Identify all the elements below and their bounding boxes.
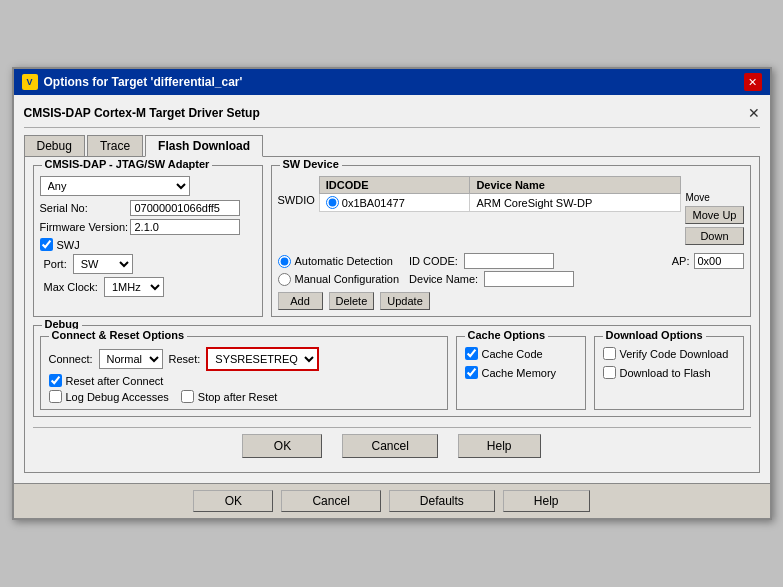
- sw-device-inner: SWDIO IDCODE Device Name: [278, 176, 744, 245]
- device-name-header: Device Name: [470, 177, 681, 194]
- firmware-label: Firmware Version:: [40, 221, 130, 233]
- firmware-value: 2.1.0: [130, 219, 240, 235]
- table-row[interactable]: 0x1BA01477 ARM CoreSight SW-DP: [319, 194, 681, 212]
- auto-detect-radio[interactable]: [278, 255, 291, 268]
- dialog-cancel-button[interactable]: Cancel: [342, 434, 437, 458]
- row-radio[interactable]: [326, 196, 339, 209]
- sw-table-area: IDCODE Device Name: [319, 176, 682, 245]
- cache-options-label: Cache Options: [465, 329, 549, 341]
- cache-memory-row: Cache Memory: [465, 366, 577, 379]
- cache-options-box: Cache Options Cache Code Cache Memory: [456, 336, 586, 410]
- move-buttons: Move Move Up Down: [685, 176, 743, 245]
- os-bar: OK Cancel Defaults Help: [14, 483, 770, 518]
- title-bar-left: V Options for Target 'differential_car': [22, 74, 243, 90]
- tab-flash-download[interactable]: Flash Download: [145, 135, 263, 157]
- stop-after-reset-checkbox[interactable]: [181, 390, 194, 403]
- firmware-row: Firmware Version: 2.1.0: [40, 219, 256, 235]
- reset-after-connect-checkbox[interactable]: [49, 374, 62, 387]
- serial-label: Serial No:: [40, 202, 130, 214]
- auto-detect-row: Automatic Detection ID CODE:: [278, 253, 664, 269]
- os-help-button[interactable]: Help: [503, 490, 590, 512]
- tab-trace[interactable]: Trace: [87, 135, 143, 157]
- id-code-label: ID CODE:: [409, 255, 458, 267]
- cache-code-checkbox[interactable]: [465, 347, 478, 360]
- device-name-input[interactable]: [484, 271, 574, 287]
- debug-section: Debug Connect & Reset Options Connect: N…: [33, 325, 751, 417]
- window-title: Options for Target 'differential_car': [44, 75, 243, 89]
- os-cancel-button[interactable]: Cancel: [281, 490, 380, 512]
- swj-label: SWJ: [57, 239, 80, 251]
- reset-label: Reset:: [169, 353, 201, 365]
- download-options-box: Download Options Verify Code Download Do…: [594, 336, 744, 410]
- connect-reset-label: Connect & Reset Options: [49, 329, 188, 341]
- inner-close-button[interactable]: ✕: [748, 105, 760, 121]
- device-name-field-label: Device Name:: [409, 273, 478, 285]
- close-button[interactable]: ✕: [744, 73, 762, 91]
- inner-title: CMSIS-DAP Cortex-M Target Driver Setup: [24, 106, 260, 120]
- inner-title-bar: CMSIS-DAP Cortex-M Target Driver Setup ✕: [24, 101, 760, 128]
- delete-button[interactable]: Delete: [329, 292, 375, 310]
- cache-memory-checkbox[interactable]: [465, 366, 478, 379]
- log-stop-row: Log Debug Accesses Stop after Reset: [49, 390, 439, 403]
- reset-after-connect-row: Reset after Connect: [49, 374, 439, 387]
- log-debug-label: Log Debug Accesses: [66, 391, 169, 403]
- top-row: CMSIS-DAP - JTAG/SW Adapter Any Serial N…: [33, 165, 751, 317]
- outer-window: V Options for Target 'differential_car' …: [12, 67, 772, 520]
- device-name-cell: ARM CoreSight SW-DP: [470, 194, 681, 212]
- stop-after-reset-label: Stop after Reset: [198, 391, 278, 403]
- cache-memory-label: Cache Memory: [482, 367, 557, 379]
- inner-window: CMSIS-DAP Cortex-M Target Driver Setup ✕…: [14, 95, 770, 483]
- auto-detect-label: Automatic Detection: [295, 255, 393, 267]
- dialog-help-button[interactable]: Help: [458, 434, 541, 458]
- log-debug-checkbox[interactable]: [49, 390, 62, 403]
- sw-bottom-left: Automatic Detection ID CODE: Manual Conf…: [278, 249, 664, 310]
- download-to-flash-label: Download to Flash: [620, 367, 711, 379]
- tab-debug[interactable]: Debug: [24, 135, 85, 157]
- sw-device-box: SW Device SWDIO IDCODE Device Name: [271, 165, 751, 317]
- max-clock-select[interactable]: 1MHz: [104, 277, 164, 297]
- max-clock-label: Max Clock:: [44, 281, 98, 293]
- reset-select[interactable]: SYSRESETREQ: [208, 349, 317, 369]
- sw-bottom: Automatic Detection ID CODE: Manual Conf…: [278, 249, 744, 310]
- main-content: CMSIS-DAP - JTAG/SW Adapter Any Serial N…: [24, 156, 760, 473]
- ap-input[interactable]: [694, 253, 744, 269]
- app-icon: V: [22, 74, 38, 90]
- port-label: Port:: [44, 258, 67, 270]
- dialog-ok-button[interactable]: OK: [242, 434, 322, 458]
- dialog-button-row: OK Cancel Help: [33, 427, 751, 464]
- id-code-input[interactable]: [464, 253, 554, 269]
- move-up-button[interactable]: Move Up: [685, 206, 743, 224]
- download-to-flash-row: Download to Flash: [603, 366, 735, 379]
- verify-code-label: Verify Code Download: [620, 348, 729, 360]
- serial-row: Serial No: 07000001066dff5: [40, 200, 256, 216]
- manual-config-radio[interactable]: [278, 273, 291, 286]
- connect-select[interactable]: Normal: [99, 349, 163, 369]
- move-label: Move: [685, 192, 743, 203]
- serial-value: 07000001066dff5: [130, 200, 240, 216]
- verify-code-checkbox[interactable]: [603, 347, 616, 360]
- cache-code-row: Cache Code: [465, 347, 577, 360]
- verify-code-row: Verify Code Download: [603, 347, 735, 360]
- port-row: Port: SW: [40, 254, 256, 274]
- download-to-flash-checkbox[interactable]: [603, 366, 616, 379]
- manual-config-row: Manual Configuration Device Name:: [278, 271, 664, 287]
- idcode-cell: 0x1BA01477: [319, 194, 470, 212]
- connect-label: Connect:: [49, 353, 93, 365]
- detection-radio-group: Automatic Detection ID CODE: Manual Conf…: [278, 253, 664, 287]
- jtag-box: CMSIS-DAP - JTAG/SW Adapter Any Serial N…: [33, 165, 263, 317]
- add-button[interactable]: Add: [278, 292, 323, 310]
- move-down-button[interactable]: Down: [685, 227, 743, 245]
- tab-bar: Debug Trace Flash Download: [24, 134, 760, 156]
- swj-row: SWJ: [40, 238, 256, 251]
- debug-inner: Connect & Reset Options Connect: Normal …: [40, 336, 744, 410]
- os-ok-button[interactable]: OK: [193, 490, 273, 512]
- sw-device-table: IDCODE Device Name: [319, 176, 682, 212]
- os-defaults-button[interactable]: Defaults: [389, 490, 495, 512]
- adapter-select[interactable]: Any: [40, 176, 190, 196]
- swdio-label: SWDIO: [278, 176, 315, 245]
- swj-checkbox[interactable]: [40, 238, 53, 251]
- update-button[interactable]: Update: [380, 292, 429, 310]
- download-options-label: Download Options: [603, 329, 706, 341]
- port-select[interactable]: SW: [73, 254, 133, 274]
- reset-after-connect-label: Reset after Connect: [66, 375, 164, 387]
